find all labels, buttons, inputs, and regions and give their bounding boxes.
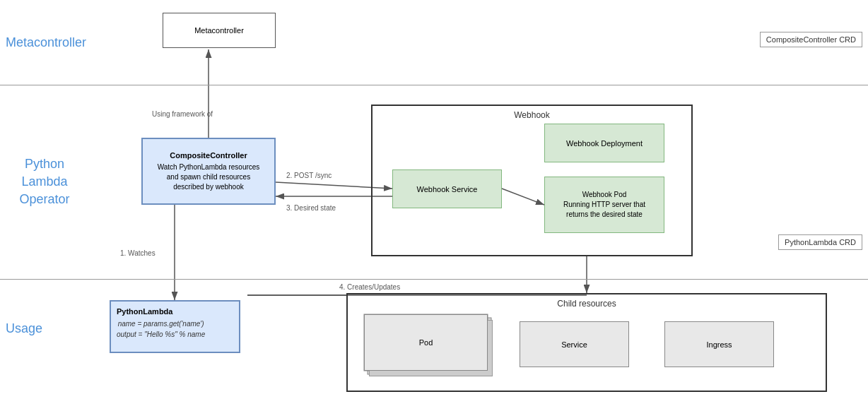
python-lambda-body: name = params.get('name')output = "Hello…	[117, 318, 205, 340]
section-label-python-lambda: Python LambdaOperator	[6, 155, 83, 209]
pod-label: Pod	[419, 338, 433, 347]
webhook-pod-label: Webhook PodRunning HTTP server thatretur…	[563, 190, 645, 220]
composite-controller-title: CompositeController	[170, 151, 247, 160]
webhook-pod-box: Webhook PodRunning HTTP server thatretur…	[544, 177, 664, 233]
ingress-box: Ingress	[664, 321, 774, 367]
webhook-deployment-box: Webhook Deployment	[544, 124, 664, 162]
metacontroller-box-label: Metacontroller	[194, 26, 244, 35]
webhook-outer-label: Webhook	[514, 110, 549, 120]
composite-controller-box: CompositeController Watch PythonLambda r…	[141, 138, 276, 205]
metacontroller-box: Metacontroller	[163, 13, 276, 48]
python-lambda-crd-box: PythonLambda CRD	[778, 234, 862, 250]
divider-2	[0, 279, 868, 280]
section-label-metacontroller: Metacontroller	[6, 35, 86, 50]
creates-updates-label: 4. Creates/Updates	[339, 283, 400, 291]
service-label: Service	[561, 340, 587, 349]
pod-box: Pod	[364, 314, 488, 371]
watches-label: 1. Watches	[120, 249, 156, 257]
section-label-usage: Usage	[6, 321, 42, 336]
desired-state-label: 3. Desired state	[286, 204, 336, 212]
composite-crd-box: CompositeController CRD	[760, 32, 862, 47]
using-framework-label: Using framework of	[152, 110, 213, 118]
python-lambda-title: PythonLambda	[117, 307, 172, 316]
ingress-label: Ingress	[706, 340, 732, 349]
composite-crd-label: CompositeController CRD	[766, 35, 856, 44]
composite-controller-body: Watch PythonLambda resourcesand spawn ch…	[158, 162, 260, 192]
diagram-container: Using framework of 2. POST /sync 3. Desi…	[0, 0, 868, 411]
post-sync-label: 2. POST /sync	[286, 172, 332, 179]
child-resources-label: Child resources	[557, 299, 616, 309]
webhook-deployment-label: Webhook Deployment	[566, 139, 643, 148]
python-lambda-box: PythonLambda name = params.get('name')ou…	[110, 300, 240, 353]
service-box: Service	[520, 321, 629, 367]
python-lambda-crd-label: PythonLambda CRD	[785, 238, 856, 246]
divider-1	[0, 85, 868, 85]
webhook-service-label: Webhook Service	[416, 185, 477, 193]
webhook-service-box: Webhook Service	[392, 169, 502, 208]
